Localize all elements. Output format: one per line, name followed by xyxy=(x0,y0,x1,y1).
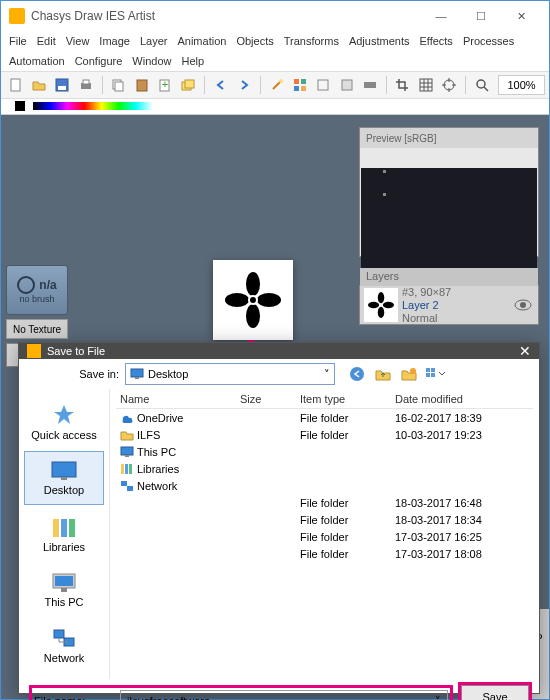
up-folder-icon[interactable] xyxy=(373,364,393,384)
svg-rect-59 xyxy=(129,464,132,474)
menu-transforms[interactable]: Transforms xyxy=(284,35,339,47)
svg-rect-55 xyxy=(121,447,133,455)
svg-point-31 xyxy=(378,292,385,303)
crop-icon[interactable] xyxy=(392,74,413,96)
menu-help[interactable]: Help xyxy=(181,55,204,67)
file-row[interactable]: File folder18-03-2017 18:34 xyxy=(116,511,533,528)
svg-rect-14 xyxy=(301,79,306,84)
menu-animation[interactable]: Animation xyxy=(177,35,226,47)
menubar: File Edit View Image Layer Animation Obj… xyxy=(1,31,549,51)
brush-panel[interactable]: n/a no brush xyxy=(6,265,68,315)
col-size[interactable]: Size xyxy=(236,393,296,405)
place-quick-access[interactable]: Quick access xyxy=(24,395,104,449)
paste-icon[interactable] xyxy=(131,74,152,96)
file-list[interactable]: Name Size Item type Date modified OneDri… xyxy=(109,389,539,679)
menu-view[interactable]: View xyxy=(66,35,90,47)
file-name-input[interactable]: ilovefreesoftware˅ xyxy=(120,690,448,700)
col-type[interactable]: Item type xyxy=(296,393,391,405)
wand-icon[interactable] xyxy=(266,74,287,96)
file-row[interactable]: OneDriveFile folder16-02-2017 18:39 xyxy=(116,409,533,426)
new-icon[interactable] xyxy=(5,74,26,96)
zoom-combo[interactable]: 100% xyxy=(498,75,545,95)
svg-rect-11 xyxy=(185,80,194,88)
svg-rect-4 xyxy=(83,80,89,84)
place-libraries[interactable]: Libraries xyxy=(24,507,104,561)
svg-point-24 xyxy=(246,304,260,328)
file-row[interactable]: File folder17-03-2017 16:25 xyxy=(116,528,533,545)
menu-objects[interactable]: Objects xyxy=(236,35,273,47)
tool-c-icon[interactable] xyxy=(359,74,380,96)
texture-panel[interactable]: No Texture xyxy=(6,319,68,339)
copy-icon[interactable] xyxy=(108,74,129,96)
svg-rect-15 xyxy=(294,86,299,91)
grid2-icon[interactable] xyxy=(415,74,436,96)
save-in-combo[interactable]: Desktop ˅ xyxy=(125,363,335,385)
menu-file[interactable]: File xyxy=(9,35,27,47)
menu-effects[interactable]: Effects xyxy=(419,35,452,47)
file-row[interactable]: This PC xyxy=(116,443,533,460)
eye-icon[interactable] xyxy=(514,299,532,311)
svg-point-36 xyxy=(520,302,526,308)
col-date[interactable]: Date modified xyxy=(391,393,511,405)
magnify-icon[interactable] xyxy=(471,74,492,96)
new-folder-icon[interactable] xyxy=(399,364,419,384)
tool-b-icon[interactable] xyxy=(336,74,357,96)
preview-panel[interactable]: Preview [sRGB] xyxy=(359,127,539,257)
minimize-button[interactable]: — xyxy=(421,2,461,30)
undo-icon[interactable] xyxy=(210,74,231,96)
add-icon[interactable]: + xyxy=(154,74,175,96)
canvas-artwork[interactable] xyxy=(213,260,293,340)
menu-processes[interactable]: Processes xyxy=(463,35,514,47)
svg-rect-29 xyxy=(383,170,386,173)
svg-rect-51 xyxy=(55,576,73,586)
place-network[interactable]: Network xyxy=(24,619,104,673)
svg-point-28 xyxy=(250,297,256,303)
open-icon[interactable] xyxy=(28,74,49,96)
dialog-close-button[interactable]: ✕ xyxy=(519,343,531,359)
place-desktop[interactable]: Desktop xyxy=(24,451,104,505)
col-name[interactable]: Name xyxy=(116,393,236,405)
layer-thumb[interactable] xyxy=(364,288,398,322)
save-icon[interactable] xyxy=(52,74,73,96)
svg-rect-37 xyxy=(131,369,143,377)
save-button[interactable]: Save xyxy=(461,685,529,700)
grid-icon[interactable] xyxy=(289,74,310,96)
menu-adjustments[interactable]: Adjustments xyxy=(349,35,410,47)
svg-rect-48 xyxy=(61,519,67,537)
target-icon[interactable] xyxy=(439,74,460,96)
svg-rect-0 xyxy=(11,79,20,91)
tool-a-icon[interactable] xyxy=(313,74,334,96)
close-button[interactable]: ✕ xyxy=(501,2,541,30)
maximize-button[interactable]: ☐ xyxy=(461,2,501,30)
file-list-header[interactable]: Name Size Item type Date modified xyxy=(116,393,533,409)
file-rows: OneDriveFile folder16-02-2017 18:39ILFSF… xyxy=(116,409,533,679)
file-row[interactable]: Libraries xyxy=(116,460,533,477)
layers-panel[interactable]: Layers #3, 90×87 Layer 2 Normal xyxy=(359,285,539,325)
place-this-pc[interactable]: This PC xyxy=(24,563,104,617)
layers-title: Layers xyxy=(360,268,538,286)
view-menu-icon[interactable] xyxy=(425,364,445,384)
file-row[interactable]: File folder18-03-2017 16:48 xyxy=(116,494,533,511)
titlebar[interactable]: Chasys Draw IES Artist — ☐ ✕ xyxy=(1,1,549,31)
back-icon[interactable] xyxy=(347,364,367,384)
menu-automation[interactable]: Automation xyxy=(9,55,65,67)
redo-icon[interactable] xyxy=(233,74,254,96)
svg-rect-49 xyxy=(69,519,75,537)
color-ruler[interactable] xyxy=(1,99,549,115)
svg-point-22 xyxy=(477,80,485,88)
menu-window[interactable]: Window xyxy=(132,55,171,67)
layer-icon[interactable] xyxy=(178,74,199,96)
svg-rect-44 xyxy=(431,373,435,377)
svg-rect-47 xyxy=(53,519,59,537)
svg-rect-58 xyxy=(125,464,128,474)
dialog-titlebar[interactable]: Save to File ✕ xyxy=(19,343,539,359)
print-icon[interactable] xyxy=(75,74,96,96)
file-row[interactable]: ILFSFile folder10-03-2017 19:23 xyxy=(116,426,533,443)
file-row[interactable]: Network xyxy=(116,477,533,494)
menu-configure[interactable]: Configure xyxy=(75,55,123,67)
file-row[interactable]: File folder17-03-2017 18:08 xyxy=(116,545,533,562)
menu-edit[interactable]: Edit xyxy=(37,35,56,47)
menu-layer[interactable]: Layer xyxy=(140,35,168,47)
svg-rect-19 xyxy=(364,82,376,88)
menu-image[interactable]: Image xyxy=(99,35,130,47)
